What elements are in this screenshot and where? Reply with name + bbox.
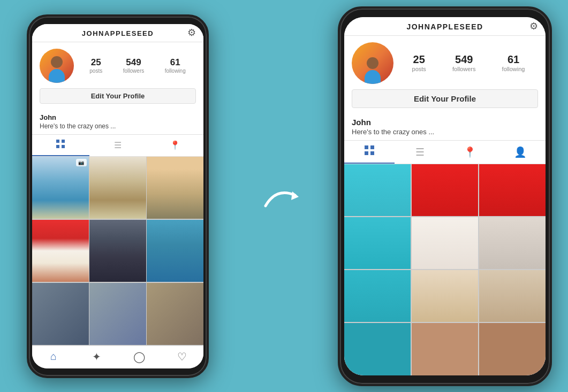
right-phone: JOHNAPPLESEED ⚙ 25 posts bbox=[338, 6, 552, 386]
left-profile-bio: Here's to the crazy ones ... bbox=[32, 122, 203, 134]
left-stat-posts[interactable]: 25 posts bbox=[89, 58, 102, 74]
right-cell-7[interactable] bbox=[344, 270, 411, 322]
left-stat-following[interactable]: 61 following bbox=[165, 58, 186, 74]
grid-cell-4[interactable] bbox=[32, 220, 89, 282]
right-cell-12[interactable] bbox=[479, 323, 546, 375]
grid-icon bbox=[56, 140, 65, 150]
grid-cell-3[interactable] bbox=[147, 157, 203, 219]
nav-explore[interactable]: ✦ bbox=[75, 350, 118, 363]
right-followers-label: followers bbox=[452, 66, 475, 72]
left-profile-section: 25 posts 549 followers 61 following bbox=[32, 42, 203, 109]
settings-icon[interactable]: ⚙ bbox=[187, 27, 196, 39]
right-header: JOHNAPPLESEED ⚙ bbox=[344, 17, 546, 36]
svg-rect-8 bbox=[370, 145, 374, 149]
right-full-grid bbox=[344, 164, 546, 375]
avatar-figure bbox=[47, 55, 67, 83]
right-cell-11[interactable] bbox=[412, 323, 478, 375]
right-cell-4[interactable] bbox=[344, 217, 411, 270]
right-stats-row: 25 posts 549 followers 61 following bbox=[399, 54, 538, 72]
right-stat-followers[interactable]: 549 followers bbox=[452, 54, 475, 72]
svg-rect-2 bbox=[56, 145, 59, 148]
svg-marker-6 bbox=[291, 191, 299, 200]
right-cell-8[interactable] bbox=[412, 270, 478, 322]
svg-rect-3 bbox=[62, 145, 65, 148]
right-cell-1[interactable] bbox=[344, 164, 411, 217]
left-edit-profile-button[interactable]: Edit Your Profile bbox=[40, 88, 196, 104]
right-avatar-figure bbox=[362, 56, 383, 84]
nav-camera[interactable]: ◯ bbox=[118, 350, 161, 363]
left-tab-bar: ☰ 📍 bbox=[32, 134, 203, 157]
left-header-title: JOHNAPPLESEED bbox=[82, 29, 154, 37]
right-following-label: following bbox=[502, 66, 525, 72]
left-tab-location[interactable]: 📍 bbox=[146, 135, 203, 156]
grid-cell-7[interactable] bbox=[32, 283, 89, 345]
left-avatar bbox=[40, 49, 74, 83]
right-person-icon: 👤 bbox=[514, 146, 527, 158]
left-tab-list[interactable]: ☰ bbox=[89, 135, 147, 156]
right-stat-posts[interactable]: 25 posts bbox=[412, 54, 426, 72]
right-header-title: JOHNAPPLESEED bbox=[406, 22, 483, 31]
right-avatar bbox=[352, 42, 393, 84]
left-phone-wrapper: JOHNAPPLESEED ⚙ 25 posts bbox=[27, 14, 209, 378]
grid-cell-1[interactable]: 📷 bbox=[32, 157, 89, 219]
left-posts-number: 25 bbox=[91, 58, 101, 67]
grid-cell-9[interactable] bbox=[147, 283, 203, 345]
right-followers-number: 549 bbox=[455, 54, 473, 65]
phones-wrapper: JOHNAPPLESEED ⚙ 25 posts bbox=[0, 0, 568, 392]
left-photo-grid: 📷 bbox=[32, 157, 203, 345]
right-cell-3[interactable] bbox=[479, 164, 546, 217]
arrow-container bbox=[260, 176, 308, 216]
right-following-number: 61 bbox=[508, 54, 519, 65]
grid-cell-5[interactable] bbox=[89, 220, 146, 282]
right-cell-2[interactable] bbox=[412, 164, 478, 217]
right-location-icon: 📍 bbox=[464, 146, 476, 158]
grid-cell-6[interactable] bbox=[147, 220, 203, 282]
nav-heart[interactable]: ♡ bbox=[161, 350, 203, 363]
right-posts-number: 25 bbox=[413, 54, 425, 65]
grid-cell-2[interactable] bbox=[89, 157, 146, 219]
arrow-svg bbox=[260, 176, 308, 214]
left-posts-label: posts bbox=[89, 68, 102, 74]
left-phone: JOHNAPPLESEED ⚙ 25 posts bbox=[27, 14, 209, 378]
svg-rect-0 bbox=[56, 140, 59, 143]
right-profile-top: 25 posts 549 followers 61 following bbox=[352, 42, 538, 84]
right-profile-name: John bbox=[344, 113, 546, 128]
right-profile-bio: Here's to the crazy ones ... bbox=[344, 128, 546, 140]
left-stats-row: 25 posts 549 followers 61 following bbox=[79, 58, 196, 74]
right-grid-icon bbox=[365, 145, 374, 158]
left-phone-screen: JOHNAPPLESEED ⚙ 25 posts bbox=[32, 24, 203, 368]
right-tab-location[interactable]: 📍 bbox=[445, 141, 495, 164]
left-followers-number: 549 bbox=[126, 58, 141, 67]
nav-home[interactable]: ⌂ bbox=[32, 350, 75, 363]
location-icon: 📍 bbox=[170, 140, 180, 150]
right-posts-label: posts bbox=[412, 66, 426, 72]
right-stat-following[interactable]: 61 following bbox=[502, 54, 525, 72]
right-cell-10[interactable] bbox=[344, 323, 411, 375]
right-cell-6[interactable] bbox=[479, 217, 546, 270]
right-cell-5[interactable] bbox=[412, 217, 478, 270]
right-edit-profile-button[interactable]: Edit Your Profile bbox=[352, 89, 538, 108]
list-icon: ☰ bbox=[114, 140, 122, 150]
svg-rect-1 bbox=[62, 140, 65, 143]
grid-cell-8[interactable] bbox=[89, 283, 146, 345]
right-tab-bar: ☰ 📍 👤 bbox=[344, 140, 546, 164]
left-following-label: following bbox=[165, 68, 186, 74]
right-settings-icon[interactable]: ⚙ bbox=[529, 20, 538, 32]
left-profile-name: John bbox=[32, 109, 203, 122]
left-profile-top: 25 posts 549 followers 61 following bbox=[40, 49, 196, 83]
right-cell-9[interactable] bbox=[479, 270, 546, 322]
left-grid-area: 📷 bbox=[32, 157, 203, 345]
left-stat-followers[interactable]: 549 followers bbox=[123, 58, 144, 74]
right-tab-list[interactable]: ☰ bbox=[395, 141, 445, 164]
right-list-icon: ☰ bbox=[415, 146, 425, 158]
left-following-number: 61 bbox=[170, 58, 180, 67]
svg-rect-7 bbox=[365, 145, 368, 149]
right-tab-person[interactable]: 👤 bbox=[495, 141, 546, 164]
left-header: JOHNAPPLESEED ⚙ bbox=[32, 24, 203, 42]
right-tab-grid[interactable] bbox=[344, 141, 395, 164]
right-phone-screen: JOHNAPPLESEED ⚙ 25 posts bbox=[344, 17, 546, 375]
right-profile-section: 25 posts 549 followers 61 following bbox=[344, 36, 546, 113]
svg-rect-10 bbox=[370, 151, 374, 155]
left-tab-grid[interactable] bbox=[32, 135, 89, 156]
camera-overlay: 📷 bbox=[76, 159, 87, 166]
